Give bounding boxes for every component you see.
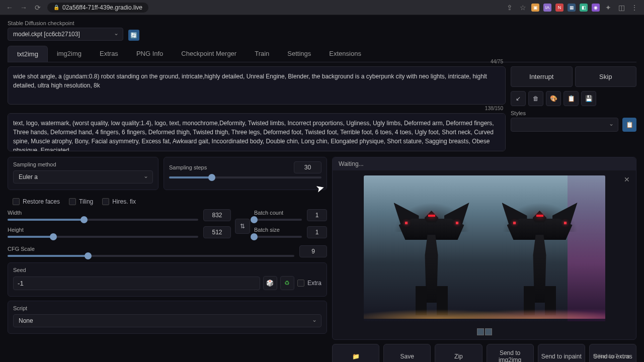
url-bar[interactable]: 🔒 02a56ff4-71ff-439e.gradio.live: [47, 3, 148, 13]
batch-size-label: Batch size: [254, 227, 302, 233]
tab-train[interactable]: Train: [246, 46, 278, 62]
extra-seed-checkbox[interactable]: Extra: [297, 280, 321, 287]
seed-input[interactable]: [13, 277, 260, 290]
width-label: Width: [8, 210, 198, 216]
negative-prompt-input[interactable]: [8, 113, 506, 151]
tab-img2img[interactable]: img2img: [48, 46, 91, 62]
send-img2img-button[interactable]: Send to img2img: [487, 344, 534, 362]
checkpoint-dropdown[interactable]: model.ckpt [cc6cb27103]: [8, 28, 123, 41]
batch-count-slider[interactable]: [254, 219, 302, 221]
styles-dropdown[interactable]: [511, 118, 618, 132]
script-dropdown[interactable]: None: [13, 314, 321, 327]
prompt-token-counter: 44/75: [491, 59, 503, 64]
watermark: feitianwu7.com: [593, 353, 630, 359]
lock-icon: 🔒: [53, 5, 59, 10]
height-label: Height: [8, 227, 198, 233]
sampling-method-dropdown[interactable]: Euler a: [13, 170, 153, 184]
menu-icon[interactable]: ⋮: [630, 4, 639, 12]
swap-dimensions-button[interactable]: ⇅: [235, 219, 250, 234]
thumbnail[interactable]: [477, 328, 484, 335]
tab-checkpoint-merger[interactable]: Checkpoint Merger: [172, 46, 246, 62]
batch-count-input[interactable]: [307, 209, 327, 221]
output-image[interactable]: [364, 175, 605, 321]
cfg-slider[interactable]: [8, 255, 294, 257]
back-icon[interactable]: ←: [5, 4, 14, 12]
sampling-method-label: Sampling method: [13, 161, 153, 167]
height-slider[interactable]: [8, 236, 198, 238]
reload-icon[interactable]: ⟳: [33, 4, 42, 12]
extension-icon[interactable]: ◧: [580, 4, 588, 12]
seed-label: Seed: [13, 267, 321, 273]
save-button[interactable]: Save: [383, 344, 431, 362]
batch-size-slider[interactable]: [254, 236, 302, 238]
width-slider[interactable]: [8, 219, 198, 221]
sampling-steps-input[interactable]: [294, 161, 321, 173]
close-icon[interactable]: ✕: [624, 175, 630, 184]
open-folder-button[interactable]: 📁: [332, 344, 379, 362]
extension-icon[interactable]: N: [555, 4, 564, 12]
star-icon[interactable]: ☆: [518, 4, 527, 12]
styles-label: Styles: [511, 110, 618, 116]
extension-icon[interactable]: ▣: [531, 4, 539, 12]
send-inpaint-button[interactable]: Send to inpaint: [538, 344, 585, 362]
hires-fix-checkbox[interactable]: Hires. fix: [102, 198, 136, 205]
random-seed-button[interactable]: 🎲: [263, 276, 277, 290]
browser-chrome: ← → ⟳ 🔒 02a56ff4-71ff-439e.gradio.live ⇪…: [0, 0, 644, 15]
share-icon[interactable]: ⇪: [505, 4, 514, 12]
reuse-seed-button[interactable]: ♻: [280, 276, 294, 290]
cfg-input[interactable]: [299, 245, 327, 257]
thumbnail[interactable]: [485, 328, 492, 335]
checkpoint-label: Stable Diffusion checkpoint: [8, 20, 123, 26]
skip-button[interactable]: Skip: [575, 66, 637, 87]
cfg-label: CFG Scale: [8, 246, 294, 252]
batch-count-label: Batch count: [254, 210, 302, 216]
extension-icon[interactable]: ◉: [592, 4, 600, 12]
interrupt-button[interactable]: Interrupt: [511, 66, 573, 87]
apply-style-button[interactable]: 📋: [622, 118, 636, 132]
palette-tool-icon[interactable]: 🎨: [546, 91, 561, 106]
tab-extensions[interactable]: Extensions: [320, 46, 370, 62]
output-panel: Waiting... ✕: [332, 157, 636, 340]
height-input[interactable]: [203, 226, 231, 238]
panel-icon[interactable]: ◫: [617, 4, 626, 12]
script-label: Script: [13, 305, 321, 311]
arrow-tool-icon[interactable]: ↙: [511, 91, 526, 106]
clipboard-tool-icon[interactable]: 📋: [564, 91, 579, 106]
extensions-icon[interactable]: ✦: [604, 4, 613, 12]
restore-faces-checkbox[interactable]: Restore faces: [13, 198, 60, 205]
width-input[interactable]: [203, 209, 231, 221]
tab-settings[interactable]: Settings: [278, 46, 320, 62]
trash-tool-icon[interactable]: 🗑: [528, 91, 543, 106]
zip-button[interactable]: Zip: [435, 344, 482, 362]
sampling-steps-label: Sampling steps: [169, 164, 207, 170]
tab-txt2img[interactable]: txt2img: [8, 46, 48, 62]
extension-icon[interactable]: ▦: [568, 4, 576, 12]
tab-pnginfo[interactable]: PNG Info: [127, 46, 172, 62]
prompt-input[interactable]: [8, 66, 506, 105]
main-tabs: txt2img img2img Extras PNG Info Checkpoi…: [8, 46, 636, 62]
output-status: Waiting...: [333, 157, 636, 170]
forward-icon[interactable]: →: [19, 4, 28, 12]
sampling-steps-slider[interactable]: [169, 176, 321, 178]
thumbnail-strip: [333, 326, 636, 339]
tiling-checkbox[interactable]: Tiling: [69, 198, 93, 205]
url-text: 02a56ff4-71ff-439e.gradio.live: [62, 4, 142, 11]
tab-extras[interactable]: Extras: [91, 46, 127, 62]
extension-icon[interactable]: IA: [543, 4, 551, 12]
batch-size-input[interactable]: [307, 226, 327, 238]
save-tool-icon[interactable]: 💾: [581, 91, 596, 106]
negprompt-token-counter: 138/150: [485, 106, 503, 111]
refresh-checkpoint-button[interactable]: 🔄: [128, 30, 139, 41]
